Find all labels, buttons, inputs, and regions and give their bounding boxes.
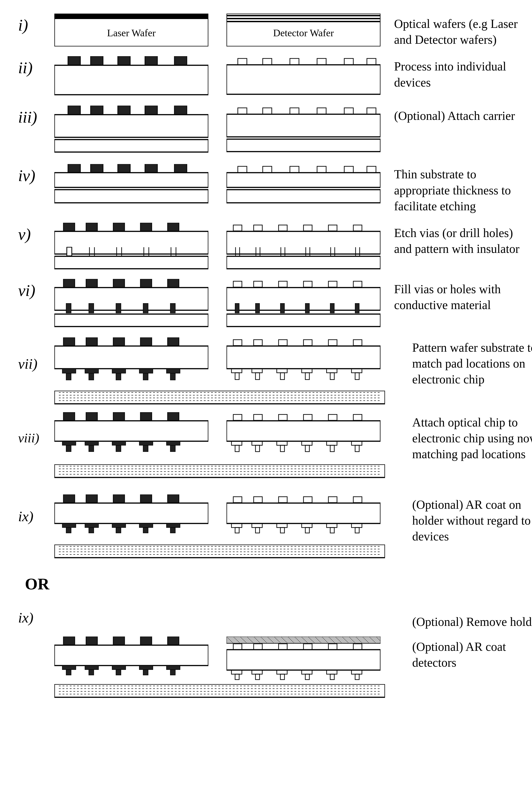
svg-rect-247 [143,669,148,675]
svg-rect-200 [62,524,76,528]
svg-rect-37 [145,164,157,173]
svg-rect-238 [168,637,179,645]
step-ixa-label: ix) [18,494,54,525]
svg-rect-134 [328,340,337,345]
step-vii-label: vii) [18,337,54,372]
svg-rect-100 [233,281,242,287]
svg-rect-249 [170,669,175,675]
step-iii-row: iii) (Optional) Attach [18,106,514,155]
svg-rect-240 [62,665,76,669]
svg-rect-2 [226,15,380,16]
or-label: OR [25,575,49,594]
step-v-row: v) [18,223,514,270]
svg-rect-280 [254,644,262,650]
step-ixb-chip-bar-svg [54,684,385,699]
svg-rect-202 [85,524,98,528]
svg-rect-225 [327,524,337,528]
svg-rect-174 [328,414,337,420]
step-ixb-desc-row: (Optional) Remove holder [54,596,532,630]
svg-rect-17 [367,59,376,65]
step-ixb-description2: (Optional) AR coat detectors [412,637,532,684]
step-iii-description: (Optional) Attach carrier [394,106,526,124]
svg-rect-21 [118,106,130,115]
svg-rect-13 [263,59,272,65]
svg-rect-22 [145,106,157,115]
svg-rect-163 [89,445,94,452]
svg-rect-170 [233,414,242,420]
svg-rect-235 [86,637,97,645]
svg-rect-143 [302,369,312,373]
svg-rect-94 [66,303,71,313]
svg-rect-8 [118,56,130,65]
svg-rect-182 [280,445,285,452]
svg-rect-24 [54,115,208,137]
svg-rect-188 [355,445,359,452]
svg-rect-114 [63,337,75,346]
step-iii-laser-svg [54,106,208,155]
svg-rect-101 [254,281,262,287]
svg-rect-74 [226,231,380,254]
step-viii-content: Attach optical chip to electronic chip u… [54,412,532,479]
svg-rect-139 [252,369,262,373]
svg-rect-20 [91,106,103,115]
svg-rect-71 [304,225,312,231]
svg-rect-23 [174,106,187,115]
svg-rect-140 [256,373,260,380]
svg-rect-70 [279,225,287,231]
svg-rect-213 [304,497,312,503]
svg-rect-43 [290,166,299,173]
svg-rect-131 [254,340,262,345]
svg-rect-205 [116,528,121,533]
svg-rect-295 [330,674,334,680]
svg-rect-145 [327,369,337,373]
svg-rect-41 [238,166,247,173]
detector-wafer-svg: Detector Wafer [226,14,380,46]
svg-rect-118 [168,337,179,346]
svg-rect-220 [256,528,260,533]
svg-rect-11 [54,65,208,95]
step-vii-detector-svg [226,337,380,389]
step-viii-upper: Attach optical chip to electronic chip u… [54,412,532,464]
svg-rect-185 [327,441,337,445]
svg-rect-28 [290,108,299,114]
svg-rect-207 [143,528,148,533]
step-v-label: v) [18,223,54,244]
svg-rect-155 [86,412,97,421]
svg-rect-161 [66,445,71,452]
step-ixa-laser-svg [54,494,208,542]
svg-rect-47 [226,173,380,187]
svg-rect-96 [116,303,121,313]
step-iii-diagrams [54,106,380,155]
svg-rect-289 [256,674,260,680]
svg-rect-168 [167,441,180,445]
svg-rect-73 [353,225,362,231]
svg-rect-297 [355,674,359,680]
step-i-description: Optical wafers (e.g Laser and Detector w… [394,14,526,48]
step-ixb-detector-svg [226,637,380,684]
svg-rect-3 [226,18,380,19]
svg-rect-6 [68,56,81,65]
svg-rect-178 [235,445,239,452]
svg-rect-10 [174,56,187,65]
step-i-row: i) Laser Wafer Detector Waf [18,14,514,48]
svg-rect-69 [254,225,262,231]
svg-rect-133 [304,340,312,345]
svg-rect-54 [54,231,208,254]
step-vi-detector-svg [226,279,380,329]
svg-rect-98 [170,303,175,313]
step-ii-row: ii) Process into individual devices [18,56,514,97]
svg-rect-15 [317,59,326,65]
svg-rect-177 [231,441,242,445]
svg-rect-92 [168,279,179,288]
svg-rect-109 [280,303,285,313]
svg-rect-132 [279,340,287,345]
svg-rect-243 [89,669,94,675]
svg-rect-32 [226,114,380,137]
laser-wafer-diagram: Laser Wafer [54,14,208,46]
svg-rect-9 [145,56,157,65]
svg-rect-228 [355,528,359,533]
svg-rect-160 [62,441,76,445]
svg-rect-201 [66,528,71,533]
svg-rect-127 [143,373,148,380]
svg-rect-135 [353,340,362,345]
